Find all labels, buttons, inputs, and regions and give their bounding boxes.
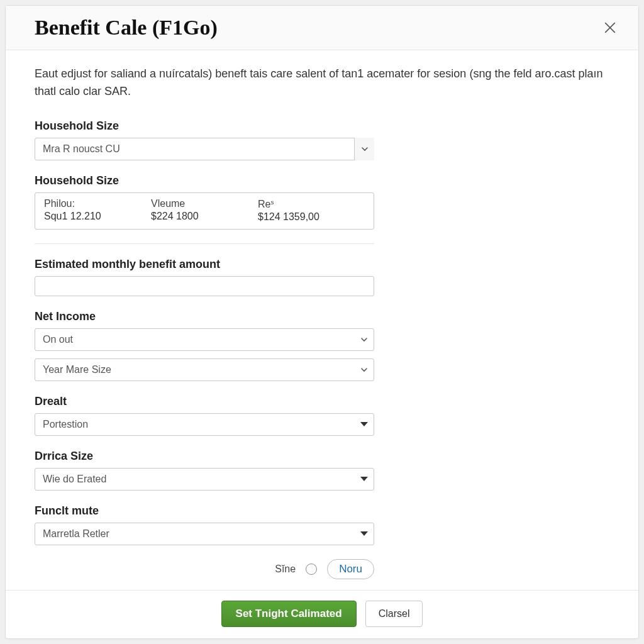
net-income-select-1[interactable]: On out [35,328,374,351]
summary-1-value: Squ1 12.210 [44,211,151,222]
summary-1-label: Philou: [44,198,151,209]
size-label: Sĭne [275,564,296,575]
estimated-benefit-label: Estimated monthly benefit amount [35,258,374,271]
chevron-down-icon [360,413,368,436]
divider [35,243,374,244]
income-summary-box: Philou: Squ1 12.210 Vleume $224 1800 Reˢ… [35,192,374,230]
summary-col-1: Philou: Squ1 12.210 [44,198,151,223]
intro-text: Eaut edjust for saliand a nuírcatals) be… [35,65,609,101]
field-net-income: Net Income On out Year Mare Size [35,310,374,381]
field-drealt: Drealt Portestion [35,395,374,436]
field-drrica-size: Drrica Size Wie do Erated [35,450,374,491]
dialog-title: Benefit Cale (F1Go) [35,16,218,40]
estimated-benefit-input[interactable] [35,276,374,296]
funclt-mute-label: Funclt mute [35,504,374,518]
field-household-size-2: Household Size Philou: Squ1 12.210 Vleum… [35,174,374,230]
drrica-size-value: Wie do Erated [35,468,374,491]
net-income-select-2[interactable]: Year Mare Size [35,358,374,381]
chevron-down-icon [360,523,368,545]
household-size-1-value: Mra R noucst CU [35,138,374,160]
chevron-down-icon [354,138,374,160]
size-row: Sĭne Noru [35,559,374,579]
summary-col-3: Reˢ $124 1359,00 [258,198,365,223]
net-income-label: Net Income [35,310,374,323]
cancel-button[interactable]: Clarsel [365,601,423,627]
funclt-mute-value: Marretla Retler [35,523,374,545]
household-size-1-select[interactable]: Mra R noucst CU [35,138,374,160]
drealt-value: Portestion [35,413,374,436]
field-household-size-1: Household Size Mra R noucst CU [35,119,374,160]
summary-2-label: Vleume [151,198,258,209]
household-size-2-label: Household Size [35,174,374,187]
close-icon [603,21,617,35]
dialog-header: Benefit Cale (F1Go) [6,6,638,50]
dialog: Benefit Cale (F1Go) Eaut edjust for sali… [5,5,639,639]
chevron-down-icon [360,358,368,381]
summary-2-value: $224 1800 [151,211,258,222]
close-button[interactable] [601,18,619,37]
primary-action-button[interactable]: Set Tnight Calimated [221,601,357,627]
dialog-body: Eaut edjust for saliand a nuírcatals) be… [6,50,638,590]
drealt-select[interactable]: Portestion [35,413,374,436]
field-funclt-mute: Funclt mute Marretla Retler [35,504,374,545]
size-radio[interactable] [306,564,317,575]
dialog-footer: Set Tnight Calimated Clarsel [6,590,638,638]
funclt-mute-select[interactable]: Marretla Retler [35,523,374,545]
chevron-down-icon [360,328,368,351]
noru-button[interactable]: Noru [327,559,374,579]
form-column: Household Size Mra R noucst CU Household… [35,119,374,579]
net-income-value-1: On out [35,328,374,351]
net-income-value-2: Year Mare Size [35,358,374,381]
drrica-size-select[interactable]: Wie do Erated [35,468,374,491]
household-size-1-label: Household Size [35,119,374,133]
summary-3-label: Reˢ [258,198,365,210]
summary-col-2: Vleume $224 1800 [151,198,258,223]
chevron-down-icon [360,468,368,491]
drrica-size-label: Drrica Size [35,450,374,463]
summary-3-value: $124 1359,00 [258,211,365,223]
drealt-label: Drealt [35,395,374,408]
field-estimated-benefit: Estimated monthly benefit amount [35,258,374,296]
